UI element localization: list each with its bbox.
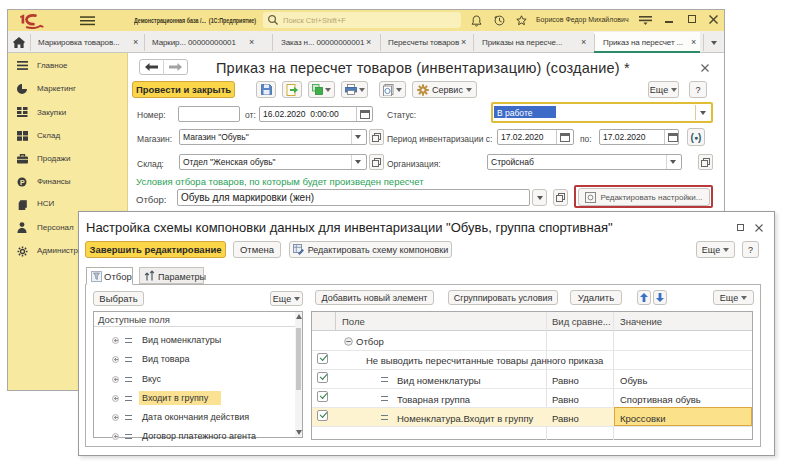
svg-text:Р: Р	[20, 179, 25, 186]
